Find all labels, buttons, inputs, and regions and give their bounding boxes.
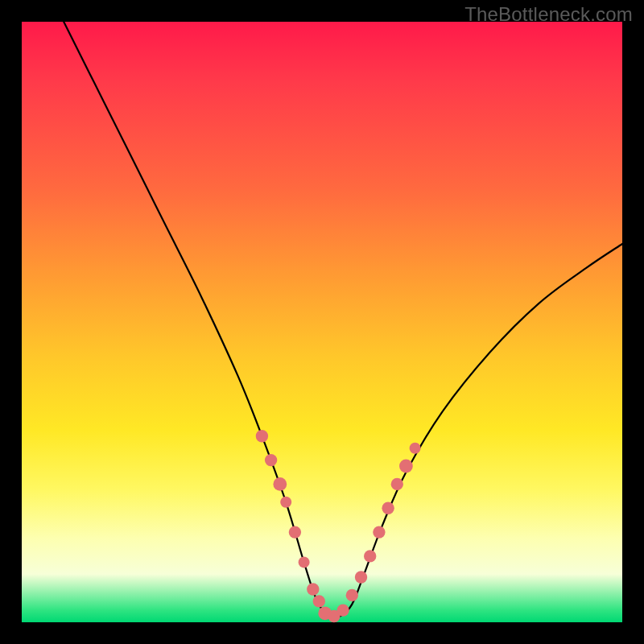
chart-frame: TheBottleneck.com [0,0,644,644]
marker-dot [299,556,310,568]
marker-dot [382,502,394,514]
marker-dot [391,478,403,490]
marker-dot [289,526,301,538]
marker-dot [273,477,287,491]
bottleneck-curve [64,22,622,618]
plot-area [22,22,622,622]
watermark-text: TheBottleneck.com [464,3,633,26]
marker-dot [410,443,421,454]
highlight-markers [256,430,421,622]
marker-dot [399,460,413,473]
chart-svg [22,22,622,622]
marker-dot [256,430,268,442]
marker-dot [346,589,358,601]
marker-dot [307,583,319,595]
marker-dot [364,550,376,562]
marker-dot [265,454,277,466]
marker-dot [313,595,325,607]
marker-dot [336,604,349,616]
marker-dot [280,497,291,508]
marker-dot [355,571,367,583]
marker-dot [373,526,385,538]
